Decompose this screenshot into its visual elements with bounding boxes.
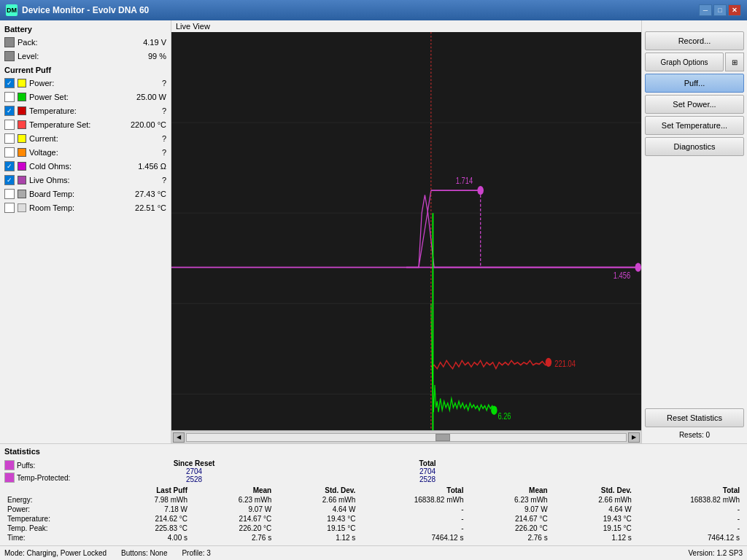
puffs-label: Puffs: <box>17 462 35 470</box>
svg-rect-0 <box>171 32 641 430</box>
graph-options-row: Graph Options ⊞ <box>645 52 744 71</box>
scroll-right-button[interactable]: ▶ <box>628 432 640 443</box>
live-ohms-value: ? <box>123 176 166 184</box>
current-value: ? <box>123 134 166 143</box>
level-row: Level: 99 % <box>4 50 166 63</box>
table-row: Time:4.00 s2.76 s1.12 s7464.12 s2.76 s1.… <box>4 533 743 542</box>
maximize-button[interactable]: □ <box>713 4 727 16</box>
reset-statistics-button[interactable]: Reset Statistics <box>645 408 744 427</box>
temperature-label: Temperature: <box>29 106 123 115</box>
svg-point-15 <box>491 405 497 414</box>
col-total2: Total <box>635 486 743 495</box>
set-temperature-button[interactable]: Set Temperature... <box>645 116 744 135</box>
graph-svg: 1.456 1.714 221.04 <box>171 32 641 430</box>
minimize-button[interactable]: ─ <box>699 4 712 16</box>
pack-label: Pack: <box>18 38 123 47</box>
graph-options-button[interactable]: Graph Options <box>645 52 724 71</box>
pack-swatch <box>4 37 15 47</box>
titlebar: DM Device Monitor - Evolv DNA 60 ─ □ ✕ <box>0 0 747 20</box>
buttons-status: Buttons: None <box>121 549 167 557</box>
board-temp-checkbox[interactable] <box>4 189 15 199</box>
scroll-thumb[interactable] <box>436 434 450 441</box>
live-ohms-checkbox[interactable] <box>4 175 15 185</box>
stats-table: Last Puff Mean Std. Dev. Total Mean Std.… <box>4 486 743 542</box>
pack-value: 4.19 V <box>123 38 166 47</box>
stats-data-table: Last Puff Mean Std. Dev. Total Mean Std.… <box>4 486 743 542</box>
temperature-value: ? <box>123 106 166 115</box>
puff-button[interactable]: Puff... <box>645 74 744 93</box>
power-checkbox[interactable] <box>4 78 15 88</box>
statistics-header: Statistics <box>4 447 40 456</box>
diagnostics-button[interactable]: Diagnostics <box>645 137 744 156</box>
col-mean2: Mean <box>466 486 550 495</box>
puffs-total: 2704 <box>355 467 500 475</box>
graph-scrollbar: ◀ ▶ <box>171 430 641 443</box>
power-row: Power: ? <box>4 77 166 90</box>
window-title: Device Monitor - Evolv DNA 60 <box>22 5 699 15</box>
record-button[interactable]: Record... <box>645 31 744 50</box>
temp-protected-label: Temp-Protected: <box>17 474 70 482</box>
scroll-track[interactable] <box>186 433 627 442</box>
board-temp-label: Board Temp: <box>29 190 123 198</box>
temperature-set-color <box>18 120 26 129</box>
battery-section-header: Battery <box>4 25 166 34</box>
graph-canvas[interactable]: 1.456 1.714 221.04 <box>171 32 641 430</box>
profile-status: Profile: 3 <box>182 549 210 557</box>
voltage-checkbox[interactable] <box>4 147 15 158</box>
set-power-button[interactable]: Set Power... <box>645 95 744 114</box>
total-header: Total <box>355 459 500 467</box>
temperature-checkbox[interactable] <box>4 106 15 116</box>
cold-ohms-checkbox[interactable] <box>4 161 15 171</box>
power-label: Power: <box>29 79 123 88</box>
col-total1: Total <box>358 486 466 495</box>
mode-status: Mode: Charging, Power Locked <box>4 549 107 557</box>
cold-ohms-color <box>18 162 26 171</box>
scroll-left-button[interactable]: ◀ <box>173 432 185 443</box>
svg-point-13 <box>546 358 551 367</box>
current-checkbox[interactable] <box>4 133 15 144</box>
cold-ohms-row: Cold Ohms: 1.456 Ω <box>4 160 166 173</box>
graph-icon-button[interactable]: ⊞ <box>725 52 744 71</box>
voltage-row: Voltage: ? <box>4 146 166 159</box>
power-set-color <box>18 93 26 101</box>
live-ohms-row: Live Ohms: ? <box>4 174 166 187</box>
resets-label: Resets: <box>679 431 704 439</box>
power-set-row: Power Set: 25.00 W <box>4 90 166 104</box>
board-temp-row: Board Temp: 27.43 °C <box>4 187 166 201</box>
main-window: Battery Pack: 4.19 V Level: 99 % Current… <box>0 20 747 560</box>
level-swatch <box>4 51 15 61</box>
power-set-checkbox[interactable] <box>4 92 15 102</box>
puffs-since-reset: 2704 <box>121 467 267 475</box>
live-ohms-label: Live Ohms: <box>29 176 123 184</box>
voltage-value: ? <box>123 148 166 157</box>
temperature-color <box>18 106 26 115</box>
room-temp-checkbox[interactable] <box>4 203 15 213</box>
statusbar: Mode: Charging, Power Locked Buttons: No… <box>0 545 747 560</box>
power-color <box>18 79 26 88</box>
version-status: Version: 1.2 SP3 <box>689 549 743 557</box>
svg-text:6.26: 6.26 <box>498 410 511 421</box>
right-panel: Record... Graph Options ⊞ Puff... Set Po… <box>641 20 747 443</box>
level-label: Level: <box>18 52 123 61</box>
temp-protected-total: 2528 <box>355 475 500 483</box>
close-button[interactable]: ✕ <box>728 4 741 16</box>
svg-text:221.04: 221.04 <box>554 357 576 368</box>
room-temp-color <box>18 203 26 212</box>
puffs-swatch <box>4 460 15 470</box>
temperature-set-row: Temperature Set: 220.00 °C <box>4 118 166 131</box>
room-temp-row: Room Temp: 22.51 °C <box>4 201 166 214</box>
table-row: Temp. Peak:225.83 °C226.20 °C19.15 °C-22… <box>4 524 743 533</box>
window-controls: ─ □ ✕ <box>699 4 741 16</box>
board-temp-value: 27.43 °C <box>123 190 166 198</box>
temperature-row: Temperature: ? <box>4 104 166 117</box>
temperature-set-checkbox[interactable] <box>4 120 15 130</box>
temp-protected-row: Temp-Protected: <box>4 472 77 483</box>
temp-protected-since-reset: 2528 <box>121 475 267 483</box>
puffs-row: Puffs: <box>4 459 77 471</box>
left-panel: Battery Pack: 4.19 V Level: 99 % Current… <box>0 20 171 443</box>
pack-row: Pack: 4.19 V <box>4 36 166 49</box>
cold-ohms-value: 1.456 Ω <box>123 162 166 171</box>
since-reset-header: Since Reset <box>121 459 267 467</box>
since-reset-col: Since Reset 2704 2528 <box>121 459 267 483</box>
svg-text:1.714: 1.714 <box>456 175 473 186</box>
